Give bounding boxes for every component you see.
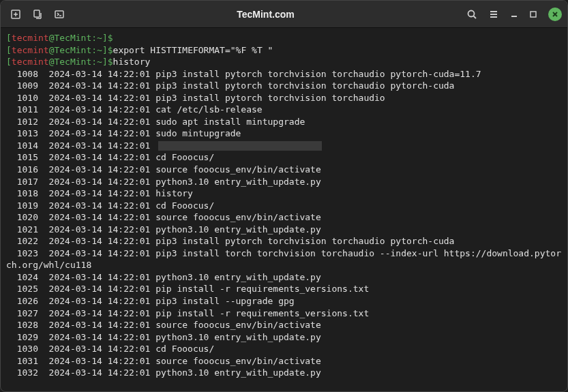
history-line: 1031 2024-03-14 14:22:01 source fooocus_… xyxy=(6,355,562,367)
new-tab-icon[interactable] xyxy=(6,5,25,24)
history-line: 1011 2024-03-14 14:22:01 cat /etc/lsb-re… xyxy=(6,104,562,116)
history-line: 1014 2024-03-14 14:22:01 xyxy=(6,140,562,152)
history-line: 1032 2024-03-14 14:22:01 python3.10 entr… xyxy=(6,367,562,379)
new-window-icon[interactable] xyxy=(28,5,47,24)
history-line: 1025 2024-03-14 14:22:01 pip install -r … xyxy=(6,283,562,295)
history-line: 1019 2024-03-14 14:22:01 cd Fooocus/ xyxy=(6,200,562,212)
terminal-icon[interactable] xyxy=(50,5,69,24)
history-line: 1021 2024-03-14 14:22:01 python3.10 entr… xyxy=(6,224,562,236)
prompt-line: [tecmint@TecMint:~]$ xyxy=(6,32,562,44)
titlebar: TecMint.com xyxy=(1,1,567,28)
svg-point-8 xyxy=(468,10,475,16)
history-line: 1013 2024-03-14 14:22:01 sudo mintupgrad… xyxy=(6,127,562,140)
history-line: 1028 2024-03-14 14:22:01 source fooocus_… xyxy=(6,319,562,331)
history-line: 1015 2024-03-14 14:22:01 cd Fooocus/ xyxy=(6,151,562,164)
search-icon[interactable] xyxy=(462,5,481,24)
history-line: 1012 2024-03-14 14:22:01 sudo apt instal… xyxy=(6,116,562,128)
maximize-button[interactable] xyxy=(525,6,541,22)
titlebar-left xyxy=(6,5,69,24)
prompt-line: [tecmint@TecMint:~]$export HISTTIMEFORMA… xyxy=(6,44,562,57)
history-line: 1030 2024-03-14 14:22:01 cd Fooocus/ xyxy=(6,343,562,355)
svg-line-9 xyxy=(474,16,477,18)
minimize-button[interactable] xyxy=(506,6,522,22)
command-input: history xyxy=(113,57,151,67)
prompt-line: [tecmint@TecMint:~]$history xyxy=(6,56,562,68)
titlebar-right xyxy=(462,5,562,24)
history-line: 1018 2024-03-14 14:22:01 history xyxy=(6,187,562,200)
history-line: 1010 2024-03-14 14:22:01 pip3 install py… xyxy=(6,92,562,104)
history-line: 1022 2024-03-14 14:22:01 pip3 install py… xyxy=(6,235,562,247)
terminal-output[interactable]: [tecmint@TecMint:~]$[tecmint@TecMint:~]$… xyxy=(1,28,567,383)
close-button[interactable] xyxy=(548,7,562,21)
history-line: 1023 2024-03-14 14:22:01 pip3 install to… xyxy=(6,247,562,271)
history-line: 1020 2024-03-14 14:22:01 source fooocus_… xyxy=(6,211,562,224)
history-line: 1008 2024-03-14 14:22:01 pip3 install py… xyxy=(6,68,562,80)
command-input: export HISTTIMEFORMAT="%F %T " xyxy=(113,45,273,55)
history-line: 1016 2024-03-14 14:22:01 source fooocus_… xyxy=(6,164,562,176)
history-line: 1026 2024-03-14 14:22:01 pip3 install --… xyxy=(6,295,562,307)
window-title: TecMint.com xyxy=(69,9,462,20)
history-line: 1017 2024-03-14 14:22:01 python3.10 entr… xyxy=(6,176,562,188)
svg-rect-3 xyxy=(34,10,40,17)
history-line: 1024 2024-03-14 14:22:01 python3.10 entr… xyxy=(6,271,562,284)
history-line: 1029 2024-03-14 14:22:01 python3.10 entr… xyxy=(6,331,562,344)
history-line: 1009 2024-03-14 14:22:01 pip3 install py… xyxy=(6,80,562,92)
redacted-block xyxy=(158,141,322,151)
history-line: 1027 2024-03-14 14:22:01 pip install -r … xyxy=(6,307,562,320)
svg-rect-14 xyxy=(530,12,536,17)
menu-icon[interactable] xyxy=(484,5,503,24)
